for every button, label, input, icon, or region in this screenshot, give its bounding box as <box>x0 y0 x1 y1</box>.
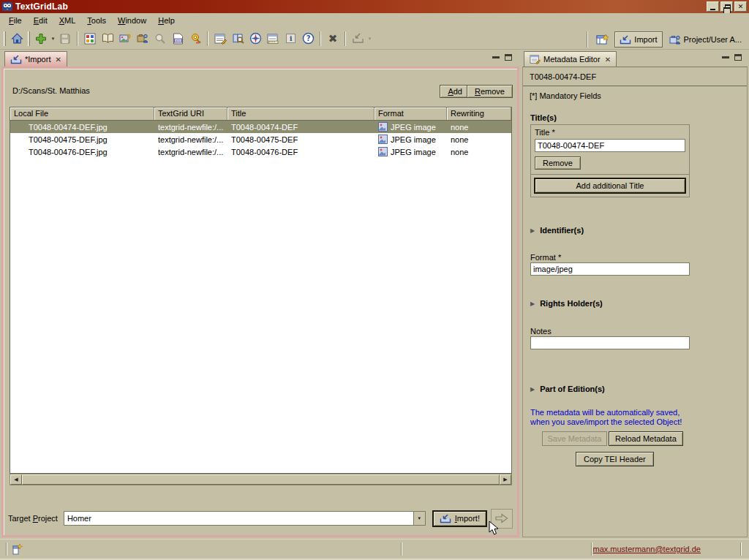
app-logo-icon <box>2 1 12 12</box>
restore-button[interactable] <box>720 1 733 12</box>
logged-in-user-link[interactable]: max.mustermann@textgrid.de <box>592 545 701 553</box>
target-project-label: Target Project <box>8 514 58 523</box>
scrollbar-thumb[interactable] <box>22 474 500 485</box>
perspective-tab-project-user[interactable]: Project/User A... <box>665 31 746 48</box>
table-row[interactable]: T0048-00475-DEF.jpg textgrid-newfile:/..… <box>10 133 511 145</box>
unicode-editor-icon[interactable] <box>264 30 282 48</box>
window-title: TextGridLab <box>15 1 68 12</box>
column-header-format[interactable]: Format <box>374 107 447 120</box>
column-header-rewriting[interactable]: Rewriting <box>447 107 511 120</box>
chevron-right-icon: ▶ <box>530 227 535 234</box>
close-button[interactable]: ✕ <box>734 1 747 12</box>
metadata-editor-view: Metadata Editor ✕ T0048-00474-DEF [*] Ma… <box>522 51 748 537</box>
navigator-icon[interactable] <box>246 30 264 48</box>
maximize-view-icon[interactable] <box>734 54 742 61</box>
import-tab-close-icon[interactable]: ✕ <box>55 56 61 64</box>
target-project-combo[interactable]: Homer ▼ <box>64 511 426 526</box>
format-input[interactable] <box>530 262 690 276</box>
perspective-import-label: Import <box>634 35 657 44</box>
metadata-editor-tab-close-icon[interactable]: ✕ <box>605 56 611 64</box>
search-icon[interactable] <box>151 30 169 48</box>
open-perspective-icon[interactable] <box>593 31 612 48</box>
identifiers-section[interactable]: ▶ Identifier(s) <box>530 226 584 235</box>
combo-dropdown-icon[interactable]: ▼ <box>413 512 425 525</box>
fast-view-icon[interactable] <box>11 542 24 556</box>
help-icon[interactable]: ? <box>299 30 317 48</box>
perspective-bar: Import Project/User A... <box>587 31 746 48</box>
import-tool-dropdown-icon[interactable]: ▼ <box>366 30 373 48</box>
metadata-object-title: T0048-00474-DEF <box>530 72 596 81</box>
perspective-tab-import[interactable]: Import <box>614 31 662 48</box>
rights-holders-section[interactable]: ▶ Rights Holder(s) <box>530 299 603 308</box>
menu-window[interactable]: Window <box>112 15 152 27</box>
jpeg-image-icon <box>378 147 388 156</box>
metadata-editor-tab[interactable]: Metadata Editor ✕ <box>524 51 617 67</box>
menu-help[interactable]: Help <box>152 15 181 27</box>
copy-tei-header-button[interactable]: Copy TEI Header <box>576 452 654 466</box>
text-editor-icon[interactable] <box>211 30 229 48</box>
add-additional-title-button[interactable]: Add additional Title <box>534 178 686 194</box>
title-input[interactable] <box>535 139 685 152</box>
toolbar-grip <box>4 31 6 46</box>
menu-file[interactable]: File <box>3 15 28 27</box>
svg-text:?: ? <box>306 34 310 42</box>
forward-arrow-button[interactable] <box>491 509 513 529</box>
part-of-edition-section[interactable]: ▶ Part of Edition(s) <box>530 385 605 393</box>
statusbar-separator <box>401 542 402 556</box>
home-icon[interactable] <box>8 30 26 48</box>
xml-editor-icon[interactable]: xml <box>169 30 187 48</box>
scroll-right-icon[interactable]: ▶ <box>500 474 511 485</box>
reload-metadata-button[interactable]: Reload Metadata <box>609 431 683 446</box>
import-tab-label: *Import <box>25 55 50 64</box>
toolbar-separator <box>320 31 321 46</box>
menu-xml[interactable]: XML <box>53 15 82 27</box>
column-header-title[interactable]: Title <box>227 107 374 120</box>
import-button[interactable]: Import! <box>432 510 487 527</box>
import-source-path: D:/Scans/St. Matthias <box>12 86 90 95</box>
new-object-icon[interactable] <box>32 30 50 48</box>
project-user-icon <box>669 34 681 45</box>
scroll-left-icon[interactable]: ◀ <box>10 474 22 485</box>
grid-view-icon[interactable] <box>81 30 99 48</box>
save-metadata-button[interactable]: Save Metadata <box>542 431 607 446</box>
image-link-icon[interactable] <box>116 30 134 48</box>
forward-arrow-icon <box>495 513 508 523</box>
add-button[interactable]: Add <box>440 85 470 98</box>
title-bar: TextGridLab ✕ <box>0 0 749 13</box>
notes-field-label: Notes <box>530 327 552 336</box>
horizontal-scrollbar[interactable]: ◀ ▶ <box>10 474 512 485</box>
table-row[interactable]: T0048-00476-DEF.jpg textgrid-newfile:/..… <box>10 145 511 158</box>
import-view-tab[interactable]: *Import ✕ <box>4 51 67 67</box>
minimize-button[interactable] <box>707 1 719 12</box>
maximize-view-icon[interactable] <box>505 54 512 61</box>
save-icon[interactable] <box>56 30 74 48</box>
object-info-icon[interactable]: i <box>282 30 299 48</box>
remove-button[interactable]: Remove <box>467 85 513 98</box>
title-groupbox: Title * Remove Add additional Title <box>530 124 690 197</box>
notes-input[interactable] <box>530 336 690 349</box>
minimize-view-icon[interactable] <box>492 56 500 58</box>
jpeg-image-icon <box>378 122 388 132</box>
new-object-dropdown-icon[interactable]: ▼ <box>50 30 56 48</box>
table-row[interactable]: T0048-00474-DEF.jpg textgrid-newfile:/..… <box>10 121 511 133</box>
column-header-local-file[interactable]: Local File <box>10 107 154 120</box>
remove-title-button[interactable]: Remove <box>535 156 581 170</box>
menu-bar: File Edit XML Tools Window Help <box>0 13 749 28</box>
project-user-icon[interactable] <box>134 30 151 48</box>
minimize-view-icon[interactable] <box>722 56 729 58</box>
target-project-value: Homer <box>64 514 413 523</box>
delete-icon[interactable]: ✖ <box>324 30 342 48</box>
menu-tools[interactable]: Tools <box>81 15 112 27</box>
metadata-editor-content: T0048-00474-DEF [*] Mandatory Fields Tit… <box>522 67 748 537</box>
column-header-textgrid-uri[interactable]: TextGrid URI <box>154 107 227 120</box>
user-key-icon[interactable] <box>187 30 204 48</box>
import-icon <box>10 55 22 64</box>
title-field-label: Title * <box>535 128 685 137</box>
dictionary-icon[interactable] <box>99 30 116 48</box>
import-tool-icon[interactable] <box>349 30 366 48</box>
import-view-content: D:/Scans/St. Matthias Add Remove Local F… <box>1 67 519 537</box>
chevron-right-icon: ▶ <box>530 386 535 393</box>
import-view: *Import ✕ D:/Scans/St. Matthias Add Remo… <box>1 51 519 537</box>
search-results-icon[interactable] <box>229 30 246 48</box>
menu-edit[interactable]: Edit <box>28 15 53 27</box>
